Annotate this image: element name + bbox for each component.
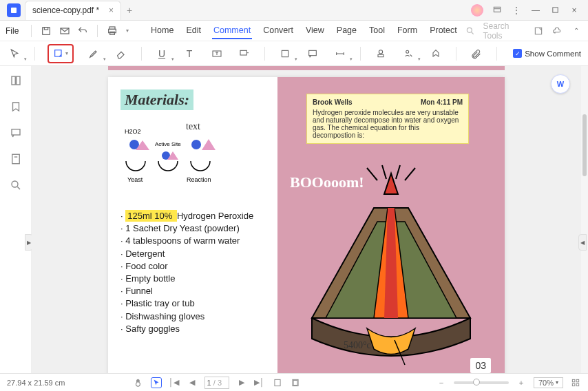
svg-rect-31 [274, 379, 280, 385]
scrollbar-thumb[interactable] [582, 114, 587, 176]
attachments-icon[interactable] [10, 153, 22, 165]
link-tool[interactable] [428, 46, 443, 61]
annotations-icon[interactable] [10, 127, 22, 139]
document-page: Materials: text H2O2 Active Site [108, 77, 505, 373]
minimize-icon[interactable]: — [530, 5, 541, 16]
tab-page[interactable]: Page [335, 23, 358, 39]
show-comment-toggle[interactable]: ✓ Show Comment [513, 49, 581, 58]
svg-rect-37 [576, 383, 579, 386]
svg-rect-3 [43, 27, 50, 34]
tab-edit[interactable]: Edit [185, 23, 202, 39]
callout-tool[interactable] [237, 46, 252, 61]
search-panel-icon[interactable] [10, 179, 22, 191]
close-tab-icon[interactable]: × [109, 6, 114, 15]
page-number-input[interactable]: 1 / 3 [204, 377, 229, 389]
tab-comment[interactable]: Comment [212, 23, 252, 39]
zoom-dropdown[interactable]: 70%▾ [534, 377, 563, 388]
cloud-icon[interactable] [552, 24, 564, 38]
tab-view[interactable]: View [304, 23, 326, 39]
page-dimensions: 27.94 x 21.59 cm [7, 379, 65, 387]
document-tab[interactable]: science-copy.pdf * × [25, 1, 121, 20]
yeast-label: Yeast [127, 176, 143, 183]
file-menu[interactable]: File [6, 26, 19, 36]
underline-tool[interactable]: U [154, 46, 169, 61]
text-tool[interactable]: T [182, 46, 197, 61]
save-icon[interactable] [40, 24, 52, 38]
zoom-in-icon[interactable]: + [516, 377, 527, 388]
ai-assistant-icon[interactable]: W [551, 74, 570, 94]
add-tab-button[interactable]: + [121, 5, 138, 16]
comment-tool[interactable] [305, 46, 320, 61]
textbox-tool[interactable] [209, 46, 224, 61]
measure-tool[interactable] [333, 46, 348, 61]
svg-point-9 [467, 28, 472, 32]
prev-page-icon[interactable]: ◀ [187, 377, 198, 388]
zoom-slider[interactable] [454, 381, 509, 384]
tab-convert[interactable]: Convert [262, 23, 295, 39]
reaction-label: Reaction [187, 176, 211, 183]
divider [97, 25, 98, 37]
sticky-note[interactable]: Brook Wells Mon 4:11 PM Hydrogen peroxid… [306, 94, 469, 144]
mail-icon[interactable] [58, 24, 70, 38]
maximize-icon[interactable] [549, 5, 560, 16]
undo-icon[interactable] [76, 24, 89, 38]
next-page-icon[interactable]: ▶ [236, 377, 247, 388]
print-icon[interactable] [106, 24, 118, 38]
thumbnails-icon[interactable] [10, 74, 22, 87]
divider [456, 47, 456, 61]
print-dropdown-icon[interactable]: ▾ [124, 24, 130, 38]
expand-right-panel[interactable]: ◀ [578, 234, 587, 251]
tab-form[interactable]: Form [396, 23, 419, 39]
svg-point-26 [191, 140, 201, 149]
close-window-icon[interactable]: × [569, 5, 580, 16]
diagram-area: text H2O2 Active Site Yeast [120, 121, 269, 187]
select-tool-status-icon[interactable] [151, 377, 162, 388]
list-item: 125ml 10% Hydrogen Peroxide [120, 210, 269, 222]
account-avatar-icon[interactable] [471, 4, 483, 17]
list-item: Funnel [120, 285, 269, 297]
svg-rect-35 [576, 379, 579, 382]
vertical-scrollbar[interactable] [581, 66, 588, 373]
hand-tool-icon[interactable] [133, 377, 144, 388]
fit-width-icon[interactable] [290, 377, 301, 388]
tab-tool[interactable]: Tool [368, 23, 386, 39]
last-page-icon[interactable]: ▶│ [254, 377, 265, 388]
bookmark-icon[interactable] [10, 101, 22, 113]
svg-point-23 [12, 181, 18, 187]
highlight-tool[interactable] [86, 46, 101, 61]
eraser-tool[interactable] [114, 46, 129, 61]
tab-protect[interactable]: Protect [428, 23, 459, 39]
select-tool[interactable] [7, 46, 22, 61]
search-input[interactable]: Search Tools [483, 21, 525, 41]
svg-rect-15 [309, 50, 317, 55]
fullscreen-icon[interactable] [570, 377, 581, 388]
fit-page-icon[interactable] [272, 377, 283, 388]
show-comment-label: Show Comment [525, 50, 581, 58]
svg-rect-36 [572, 383, 575, 386]
first-page-icon[interactable]: │◀ [169, 377, 180, 388]
signature-tool[interactable] [401, 46, 416, 61]
attachment-tool[interactable] [469, 46, 484, 61]
svg-rect-14 [282, 50, 288, 56]
zoom-out-icon[interactable]: − [436, 377, 447, 388]
list-item: Empty bottle [120, 273, 269, 285]
shape-tool[interactable] [277, 46, 293, 61]
svg-rect-17 [378, 54, 384, 56]
tab-home[interactable]: Home [149, 23, 175, 39]
svg-rect-0 [11, 8, 17, 13]
temperature-label: 5400°c [344, 340, 371, 351]
note-tool[interactable]: ▾ [48, 44, 74, 63]
collapse-ribbon-icon[interactable]: ⌃ [570, 24, 582, 38]
search-icon[interactable] [464, 24, 476, 38]
app-icon [7, 3, 21, 17]
stamp-tool[interactable] [373, 46, 388, 61]
svg-marker-27 [202, 139, 216, 150]
more-icon[interactable]: ⋮ [511, 5, 522, 16]
svg-rect-34 [572, 379, 575, 382]
zoom-slider-knob[interactable] [473, 379, 480, 385]
divider [141, 47, 142, 61]
notifications-icon[interactable] [492, 5, 503, 16]
list-item: Dishwashing gloves [120, 310, 269, 323]
note-body: Hydrogen peroxide molecules are very uns… [313, 109, 463, 139]
share-icon[interactable] [532, 24, 545, 38]
